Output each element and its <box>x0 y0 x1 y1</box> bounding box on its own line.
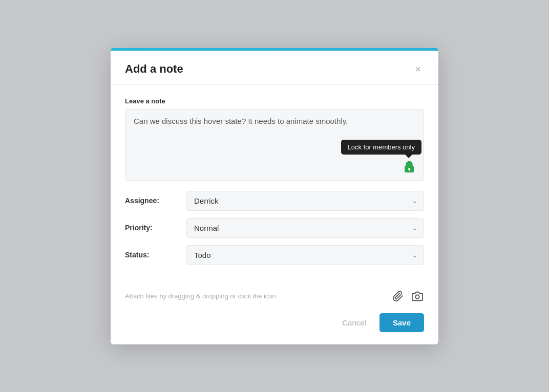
svg-point-3 <box>415 295 419 298</box>
lock-icon <box>402 160 416 174</box>
note-section-label: Leave a note <box>125 97 424 105</box>
attach-screenshot-button[interactable] <box>411 290 424 303</box>
modal-header: Add a note × <box>111 51 438 85</box>
status-row: Status: Todo In Progress Done ⌄ <box>125 245 424 265</box>
assignee-select-wrapper: Derrick Alice Bob Carol ⌄ <box>186 191 424 211</box>
note-textarea[interactable]: Can we discuss this hover state? It need… <box>134 117 415 158</box>
priority-label: Priority: <box>125 224 186 232</box>
attach-icons <box>391 290 424 303</box>
modal-body: Leave a note Can we discuss this hover s… <box>111 85 438 285</box>
modal-container: Add a note × Leave a note Can we discuss… <box>111 48 438 344</box>
assignee-label: Assignee: <box>125 197 186 205</box>
priority-select[interactable]: Low Normal High Critical <box>186 218 424 238</box>
assignee-row: Assignee: Derrick Alice Bob Carol ⌄ <box>125 191 424 211</box>
svg-rect-2 <box>409 169 410 171</box>
modal-backdrop: Add a note × Leave a note Can we discuss… <box>0 0 549 392</box>
priority-select-wrapper: Low Normal High Critical ⌄ <box>186 218 424 238</box>
assignee-select[interactable]: Derrick Alice Bob Carol <box>186 191 424 211</box>
close-button[interactable]: × <box>412 62 424 76</box>
modal-footer: Attach files by dragging & dropping or c… <box>111 285 438 344</box>
status-label: Status: <box>125 251 186 259</box>
attach-text: Attach files by dragging & dropping or c… <box>125 292 276 300</box>
camera-icon <box>412 291 423 302</box>
paperclip-icon <box>392 291 404 302</box>
priority-row: Priority: Low Normal High Critical ⌄ <box>125 218 424 238</box>
action-row: Cancel Save <box>125 313 424 332</box>
attach-row: Attach files by dragging & dropping or c… <box>125 290 424 303</box>
status-select-wrapper: Todo In Progress Done ⌄ <box>186 245 424 265</box>
fields-section: Assignee: Derrick Alice Bob Carol ⌄ Prio… <box>125 191 424 265</box>
attach-file-button[interactable] <box>391 290 405 303</box>
lock-button[interactable]: Lock for members only <box>402 160 416 174</box>
note-textarea-wrapper: Can we discuss this hover state? It need… <box>125 109 424 181</box>
status-select[interactable]: Todo In Progress Done <box>186 245 424 265</box>
cancel-button[interactable]: Cancel <box>335 313 373 332</box>
save-button[interactable]: Save <box>379 313 424 332</box>
modal-title: Add a note <box>125 62 183 76</box>
